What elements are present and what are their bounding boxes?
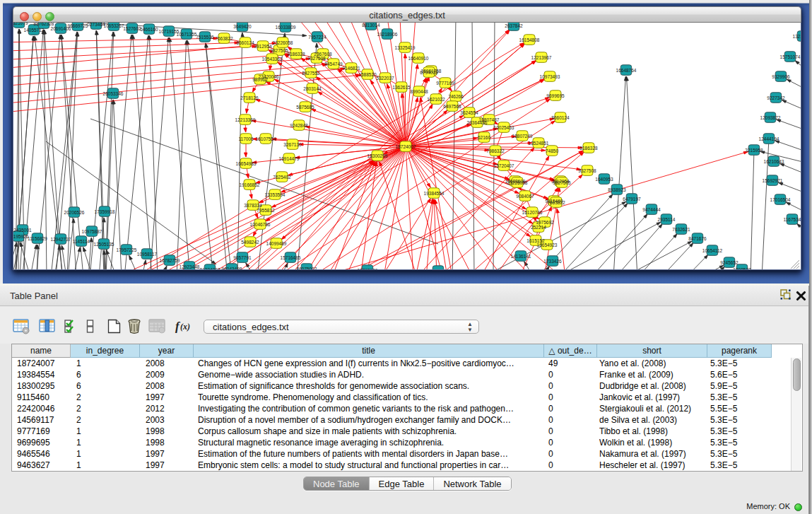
svg-text:7957224: 7957224: [308, 35, 326, 40]
svg-text:3878334: 3878334: [244, 203, 262, 208]
svg-text:9329906: 9329906: [772, 74, 790, 79]
svg-text:10958117: 10958117: [137, 252, 158, 257]
svg-text:8186328: 8186328: [287, 52, 305, 57]
svg-text:9825979: 9825979: [13, 23, 28, 25]
svg-text:12093872: 12093872: [760, 115, 781, 120]
svg-text:10671355: 10671355: [177, 32, 197, 37]
svg-text:9146821: 9146821: [342, 66, 360, 71]
svg-text:10973493: 10973493: [540, 74, 560, 79]
svg-text:8471676: 8471676: [688, 236, 707, 241]
svg-text:9327508: 9327508: [578, 168, 596, 173]
svg-text:989962: 989962: [252, 77, 268, 82]
svg-text:15692971: 15692971: [763, 178, 783, 183]
svg-text:14055712: 14055712: [24, 28, 45, 33]
svg-text:2718126: 2718126: [240, 95, 259, 100]
svg-text:15720407: 15720407: [494, 163, 514, 168]
svg-text:1145114: 1145114: [73, 239, 90, 244]
svg-text:16654983: 16654983: [236, 161, 257, 166]
svg-text:10975887: 10975887: [82, 229, 102, 234]
svg-text:1975692: 1975692: [536, 220, 554, 225]
svg-text:18300295: 18300295: [367, 153, 388, 158]
svg-text:12942737: 12942737: [51, 237, 71, 242]
svg-text:10653267: 10653267: [104, 23, 124, 28]
svg-text:9474444: 9474444: [642, 207, 661, 212]
svg-text:9084067: 9084067: [516, 194, 534, 199]
svg-text:1362615: 1362615: [392, 85, 411, 90]
svg-text:3624554: 3624554: [460, 110, 478, 115]
svg-text:10543362: 10543362: [262, 57, 283, 62]
svg-text:17359918: 17359918: [95, 209, 115, 214]
svg-text:6466160: 6466160: [140, 27, 158, 32]
svg-text:9245652: 9245652: [720, 260, 739, 265]
svg-text:5322037: 5322037: [376, 76, 394, 81]
svg-text:7663822: 7663822: [215, 36, 233, 41]
svg-text:3215958: 3215958: [745, 148, 763, 153]
svg-text:6479197: 6479197: [623, 197, 641, 201]
svg-text:7663822: 7663822: [547, 200, 565, 205]
svg-text:9327508: 9327508: [307, 56, 326, 61]
svg-text:16782759: 16782759: [160, 258, 180, 263]
svg-text:81234207: 81234207: [200, 267, 220, 271]
svg-text:96669725: 96669725: [68, 23, 88, 28]
svg-text:16648764: 16648764: [616, 68, 637, 73]
svg-text:9227342: 9227342: [767, 95, 785, 100]
svg-text:8990448: 8990448: [410, 89, 428, 94]
svg-text:7986322: 7986322: [486, 148, 505, 153]
svg-text:10807487: 10807487: [479, 117, 500, 122]
svg-text:9657791: 9657791: [233, 255, 252, 260]
svg-text:60575667: 60575667: [428, 269, 449, 271]
svg-text:14099489: 14099489: [266, 241, 287, 246]
svg-text:3267130: 3267130: [283, 142, 302, 147]
svg-text:8186328: 8186328: [579, 146, 598, 151]
svg-text:13353594: 13353594: [265, 192, 286, 197]
svg-text:16107554: 16107554: [256, 136, 276, 141]
svg-text:1733426: 1733426: [543, 259, 562, 264]
svg-text:8454749: 8454749: [324, 62, 343, 66]
svg-text:7625402: 7625402: [273, 175, 291, 180]
svg-text:252214: 252214: [531, 225, 546, 230]
svg-text:18807249: 18807249: [512, 134, 533, 139]
svg-text:7515536: 7515536: [196, 35, 214, 40]
svg-text:13237964: 13237964: [793, 34, 801, 39]
svg-text:(x): (x): [180, 322, 190, 332]
svg-text:1808592: 1808592: [733, 267, 751, 271]
svg-text:12444194: 12444194: [759, 136, 779, 141]
svg-text:9699695: 9699695: [546, 93, 565, 98]
svg-text:26053346: 26053346: [103, 91, 124, 96]
svg-text:23226058: 23226058: [273, 40, 293, 45]
svg-text:20206526: 20206526: [64, 210, 85, 215]
svg-text:19384554: 19384554: [424, 191, 445, 196]
svg-text:74850: 74850: [546, 148, 558, 153]
svg-text:19166852: 19166852: [240, 182, 260, 187]
svg-text:16914479: 16914479: [279, 156, 300, 161]
svg-text:12923448: 12923448: [180, 264, 200, 269]
svg-text:1588520: 1588520: [358, 72, 377, 77]
svg-text:2803144: 2803144: [303, 86, 322, 91]
svg-text:9827505: 9827505: [553, 180, 571, 185]
svg-text:3912954: 3912954: [254, 44, 272, 49]
svg-text:6497568: 6497568: [443, 104, 461, 109]
svg-text:0273464: 0273464: [87, 23, 105, 27]
svg-text:18724007: 18724007: [396, 144, 416, 149]
svg-text:16640910: 16640910: [408, 56, 429, 61]
svg-text:1640953: 1640953: [595, 177, 613, 182]
svg-text:19218906: 19218906: [377, 32, 398, 37]
svg-text:8427552: 8427552: [302, 71, 320, 76]
svg-text:2367608: 2367608: [314, 52, 332, 57]
svg-text:5875685: 5875685: [296, 105, 314, 110]
svg-text:16033809: 16033809: [276, 25, 296, 30]
svg-text:15716485: 15716485: [281, 255, 301, 260]
svg-text:3649420: 3649420: [233, 24, 252, 29]
svg-text:17957225: 17957225: [117, 247, 137, 252]
svg-text:10025453: 10025453: [494, 125, 514, 130]
svg-text:13325419: 13325419: [395, 45, 416, 50]
svg-text:746266: 746266: [448, 94, 464, 99]
svg-text:16210643: 16210643: [764, 159, 784, 164]
svg-text:8660124: 8660124: [551, 115, 570, 120]
svg-text:7632621: 7632621: [672, 227, 690, 232]
svg-text:16154808: 16154808: [519, 37, 540, 42]
svg-text:6794028: 6794028: [420, 70, 438, 75]
svg-text:19654923: 19654923: [537, 243, 558, 247]
svg-text:62160: 62160: [478, 135, 490, 140]
svg-text:5498242: 5498242: [241, 240, 259, 245]
